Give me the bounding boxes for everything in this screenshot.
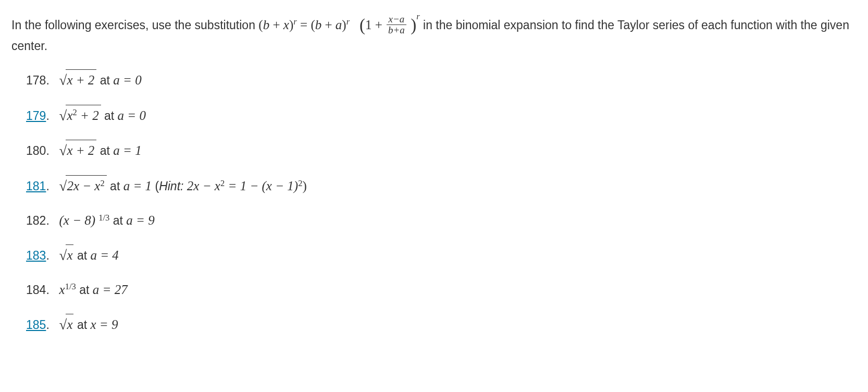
exercise-180: 180. √x + 2 at a = 1 [26,140,857,162]
exercise-number-link[interactable]: 179 [26,109,46,123]
exercise-178: 178. √x + 2 at a = 0 [26,69,857,91]
at-label: at [79,283,93,297]
center-value: a = 1 [123,179,152,193]
at-label: at [100,74,114,87]
at-label: at [77,318,91,332]
center-value: a = 1 [113,143,141,157]
sqrt-icon: √ 2x − x2 [59,175,107,197]
at-label: at [77,249,91,262]
center-value: a = 0 [113,73,141,87]
at-label: at [100,144,114,157]
exercise-number: 182 [26,214,46,227]
exercise-184: 184. x1/3 at a = 27 [26,280,857,300]
exercise-182: 182. (x − 8)1/3 at a = 9 [26,211,857,231]
at-label: at [104,109,118,123]
sqrt-icon: √x [59,244,74,266]
center-value: x = 9 [90,317,118,332]
exercise-number-link[interactable]: 181 [26,179,46,193]
base-expression: (x − 8) [59,213,96,227]
exercise-183: 183. √x at a = 4 [26,244,857,266]
sqrt-icon: √x + 2 [59,140,97,162]
sqrt-icon: √x + 2 [59,69,97,91]
base-expression: x [59,283,65,297]
at-label: at [110,179,123,193]
hint-label: Hint: [159,179,183,193]
exercise-181: 181. √ 2x − x2 at a = 1 (Hint: 2x − x2 =… [26,175,857,197]
exercise-number: 184 [26,283,46,297]
center-value: a = 27 [93,283,128,297]
fraction-icon: x−a b+a [387,14,406,36]
center-value: a = 4 [90,248,118,262]
intro-paragraph: In the following exercises, use the subs… [11,10,857,56]
center-value: a = 0 [118,108,146,123]
exercise-list: 178. √x + 2 at a = 0 179. √ x2 + 2 at a … [11,69,857,336]
exercise-number: 178 [26,74,46,87]
sqrt-icon: √ x2 + 2 [59,105,101,127]
exercise-number-link[interactable]: 185 [26,318,46,332]
sqrt-icon: √x [59,314,74,336]
at-label: at [113,214,127,227]
exercise-179: 179. √ x2 + 2 at a = 0 [26,105,857,127]
exercise-number: 180 [26,144,46,157]
substitution-formula: (b + x)r = (b + a)r (1 + x−a b+a )r [258,18,423,32]
center-value: a = 9 [126,213,154,227]
exercise-185: 185. √x at x = 9 [26,314,857,336]
exercise-number-link[interactable]: 183 [26,249,46,262]
exercise-page: In the following exercises, use the subs… [0,0,868,364]
intro-prefix: In the following exercises, use the subs… [11,18,258,32]
